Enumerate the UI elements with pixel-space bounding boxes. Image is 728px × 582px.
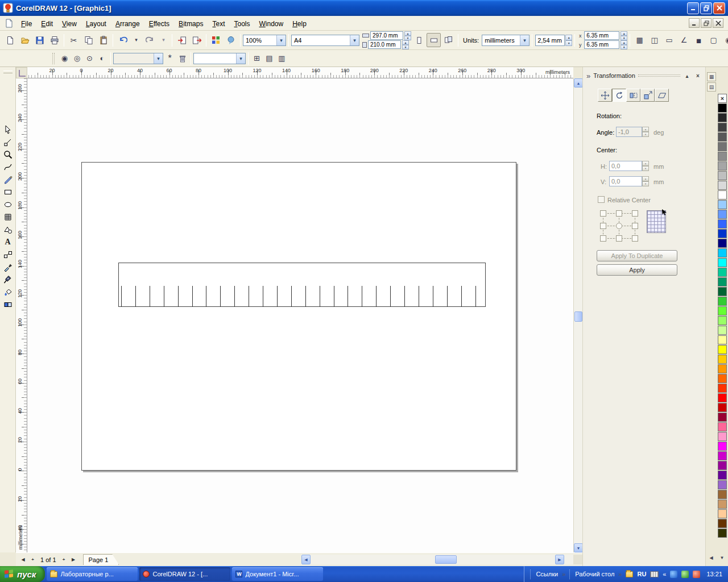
paper-width-spinner[interactable] xyxy=(404,31,411,40)
interactive-fill-tool[interactable] xyxy=(1,298,15,311)
anchor-top-center[interactable] xyxy=(616,210,622,217)
units-combo[interactable]: millimeters xyxy=(482,35,530,46)
angle-input[interactable] xyxy=(616,127,642,137)
nudge-offset-input[interactable] xyxy=(535,35,565,46)
color-swatch[interactable] xyxy=(718,258,727,267)
document-close-button[interactable] xyxy=(713,18,723,28)
color-swatch[interactable] xyxy=(718,161,727,171)
delete-button[interactable] xyxy=(176,52,188,64)
dropdown-arrow-icon[interactable] xyxy=(236,53,245,64)
close-button[interactable] xyxy=(713,2,725,14)
no-color-swatch[interactable]: × xyxy=(718,94,727,103)
treat-as-filled-button[interactable] xyxy=(692,33,706,47)
horizontal-ruler[interactable]: 2002040608010012014016018020022024026028… xyxy=(27,67,573,78)
previous-page-button[interactable] xyxy=(18,555,28,564)
new-button[interactable] xyxy=(3,33,17,47)
redo-button[interactable] xyxy=(143,33,157,47)
anchor-middle-right[interactable] xyxy=(632,223,638,229)
outline-tool[interactable] xyxy=(1,273,15,286)
color-swatch[interactable] xyxy=(718,461,727,470)
anchor-bottom-left[interactable] xyxy=(600,235,606,242)
menu-help[interactable]: Help xyxy=(288,18,311,30)
anchor-bottom-right[interactable] xyxy=(632,235,638,242)
color-swatch[interactable] xyxy=(718,190,727,199)
menu-bitmaps[interactable]: Bitmaps xyxy=(174,18,208,30)
anchor-center[interactable] xyxy=(616,223,622,229)
anchor-top-left[interactable] xyxy=(600,210,606,217)
tray-folder-icon[interactable] xyxy=(626,571,633,577)
angle-spinner[interactable] xyxy=(642,127,649,137)
color-swatch[interactable] xyxy=(718,132,727,142)
options-button[interactable] xyxy=(721,33,728,47)
basic-shapes-tool[interactable] xyxy=(1,223,15,236)
paper-type-combo[interactable]: A4 xyxy=(291,35,359,46)
center-h-input[interactable] xyxy=(609,161,642,171)
color-swatch[interactable] xyxy=(718,297,727,306)
scroll-up-button[interactable] xyxy=(574,78,583,88)
center-v-spinner[interactable] xyxy=(642,176,649,186)
tray-icon-2[interactable] xyxy=(681,571,689,578)
color-swatch[interactable] xyxy=(718,229,727,238)
palette-docker-button-2[interactable] xyxy=(707,82,716,92)
horizontal-scrollbar[interactable] xyxy=(301,555,573,564)
tray-icon-3[interactable] xyxy=(693,571,700,578)
color-swatch[interactable] xyxy=(718,471,727,480)
document-restore-button[interactable] xyxy=(701,18,712,28)
application-launcher-button[interactable] xyxy=(209,33,223,47)
taskbar-task-word[interactable]: Документ1 - Micr... xyxy=(232,567,323,581)
eyedropper-tool[interactable] xyxy=(1,261,15,273)
scroll-left-button[interactable] xyxy=(301,555,311,564)
toolbar2-combo-2[interactable] xyxy=(193,53,246,64)
docker-collapse-icon[interactable] xyxy=(586,72,590,80)
color-swatch[interactable] xyxy=(718,210,727,219)
copy-button[interactable] xyxy=(81,33,96,47)
color-swatch[interactable] xyxy=(718,113,727,122)
paper-height-input[interactable] xyxy=(368,40,401,49)
docker-pin-button[interactable] xyxy=(683,72,691,80)
color-swatch[interactable] xyxy=(718,123,727,132)
duplicate-y-spinner[interactable] xyxy=(621,40,627,49)
vertical-scroll-thumb[interactable] xyxy=(574,311,582,322)
palette-expand-button[interactable] xyxy=(718,554,726,562)
rectangle-tool[interactable] xyxy=(1,186,15,198)
menu-view[interactable]: View xyxy=(57,18,81,30)
dropdown-arrow-icon[interactable] xyxy=(520,35,529,45)
zoom-level-combo[interactable]: 100% xyxy=(243,35,286,46)
toolbar2-button-6[interactable] xyxy=(251,52,263,64)
color-swatch[interactable] xyxy=(718,181,727,190)
color-swatch[interactable] xyxy=(718,152,727,161)
color-swatch[interactable] xyxy=(718,335,727,344)
links-toolbar-label[interactable]: Ссылки xyxy=(536,571,558,577)
tray-collapse-icon[interactable] xyxy=(663,571,666,577)
color-swatch[interactable] xyxy=(718,219,727,228)
fill-tool[interactable] xyxy=(1,286,15,298)
scroll-right-button[interactable] xyxy=(555,555,564,564)
ruler-origin-icon[interactable] xyxy=(16,67,27,78)
dropdown-arrow-icon[interactable] xyxy=(276,35,286,45)
color-swatch[interactable] xyxy=(718,268,727,277)
nudge-offset-spinner[interactable] xyxy=(565,35,572,46)
docker-close-button[interactable] xyxy=(694,72,702,80)
color-swatch[interactable] xyxy=(718,277,727,286)
page-tab[interactable]: Page 1 xyxy=(83,554,119,565)
anchor-bottom-center[interactable] xyxy=(616,235,622,242)
toolbar2-button-3[interactable] xyxy=(84,52,96,64)
cut-button[interactable] xyxy=(67,33,81,47)
keyboard-icon[interactable] xyxy=(650,571,659,577)
tray-icon-1[interactable] xyxy=(670,571,677,578)
page-a4[interactable] xyxy=(81,162,516,471)
paste-button[interactable] xyxy=(96,33,110,47)
tab-skew[interactable] xyxy=(655,89,669,102)
toolbar2-button-1[interactable] xyxy=(59,52,71,64)
color-swatch[interactable] xyxy=(718,326,727,335)
color-swatch[interactable] xyxy=(718,374,727,383)
export-button[interactable] xyxy=(189,33,204,47)
color-swatch[interactable] xyxy=(718,103,727,113)
color-swatch[interactable] xyxy=(718,480,727,489)
color-swatch[interactable] xyxy=(718,490,727,499)
pick-tool[interactable] xyxy=(1,123,15,136)
menu-effects[interactable]: Effects xyxy=(144,18,174,30)
toolbar2-button-5[interactable] xyxy=(164,52,176,64)
color-swatch[interactable] xyxy=(718,364,727,373)
apply-to-duplicate-button[interactable]: Apply To Duplicate xyxy=(597,250,677,261)
